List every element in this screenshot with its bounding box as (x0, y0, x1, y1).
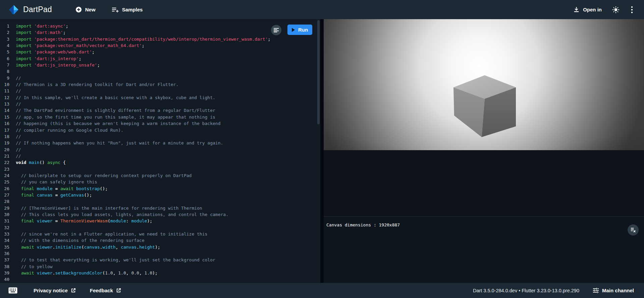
code-text: // boilerplate to setup our rendering co… (13, 172, 192, 179)
privacy-notice-link[interactable]: Privacy notice (34, 288, 76, 293)
code-token (16, 238, 21, 243)
code-token: 'package:web/web.dart' (34, 49, 92, 54)
channel-selector-button[interactable]: Main channel (593, 287, 634, 294)
footer: Privacy notice Feedback Dart 3.5.0-284.0… (0, 283, 644, 298)
panel-splitter[interactable] (320, 19, 324, 283)
code-line[interactable]: 7import 'dart:js_interop_unsafe'; (0, 62, 320, 68)
code-token: 'dart:async' (34, 24, 66, 29)
code-line[interactable]: 37 // to test that everything is working… (0, 257, 320, 263)
run-button[interactable]: Run (287, 25, 312, 35)
code-line[interactable]: 36 (0, 250, 320, 257)
code-token: canvas (84, 245, 100, 250)
code-line[interactable]: 31 final viewer = ThermionViewerWasm(mod… (0, 218, 320, 224)
line-number: 21 (0, 153, 13, 159)
code-line[interactable]: 9// (0, 75, 320, 81)
code-line[interactable]: 23 (0, 166, 320, 172)
code-line[interactable]: 38 // to yellow (0, 263, 320, 270)
code-line[interactable]: 19// If nothing happens when you hit "Ru… (0, 140, 320, 146)
code-line[interactable]: 20// (0, 146, 320, 153)
code-line[interactable]: 22void main() async { (0, 159, 320, 166)
code-text (13, 250, 16, 257)
code-token: 'package:vector_math/vector_math_64.dart… (34, 43, 142, 48)
code-line[interactable]: 10// Thermion is a 3D rendering toolkit … (0, 81, 320, 88)
code-line[interactable]: 3import 'package:thermion_dart/thermion_… (0, 36, 320, 42)
code-text: // (13, 153, 21, 159)
code-line[interactable]: 28 (0, 198, 320, 205)
open-in-button[interactable]: Open in (573, 6, 602, 13)
line-number: 30 (0, 211, 13, 218)
code-token: // to yellow (21, 264, 53, 269)
code-text: import 'dart:js_interop'; (13, 55, 82, 62)
code-line[interactable]: 18// (0, 133, 320, 140)
line-number: 32 (0, 224, 13, 231)
code-text: // (13, 101, 21, 107)
code-text: // (13, 146, 21, 153)
line-number: 10 (0, 81, 13, 88)
code-editor[interactable]: 1import 'dart:async';2import 'dart:math'… (0, 19, 320, 283)
code-line[interactable]: 35 await viewer.initialize(canvas.width,… (0, 244, 320, 250)
code-token: // (16, 134, 21, 139)
code-token: width (102, 245, 115, 250)
code-line[interactable]: 32 (0, 224, 320, 231)
code-token: // In this sample, we'll create a basic … (16, 95, 215, 100)
code-token: ; (97, 62, 100, 68)
code-token: 'dart:js_interop' (34, 56, 79, 61)
code-token: initialize (55, 245, 81, 250)
code-token: viewer (37, 270, 53, 275)
new-button[interactable]: New (75, 6, 96, 13)
line-number: 16 (0, 120, 13, 127)
keyboard-shortcuts-button[interactable] (8, 287, 17, 294)
samples-button[interactable]: Samples (112, 7, 143, 13)
feedback-link[interactable]: Feedback (90, 288, 121, 293)
code-text: final canvas = getCanvas(); (13, 192, 92, 198)
line-number: 20 (0, 146, 13, 153)
code-text (13, 68, 16, 75)
code-line[interactable]: 16// happening (this is because we aren'… (0, 120, 320, 127)
code-token: final (21, 193, 34, 198)
code-line[interactable]: 6import 'dart:js_interop'; (0, 55, 320, 62)
code-line[interactable]: 30 // This class lets you load assets, l… (0, 211, 320, 218)
code-text: import 'package:vector_math/vector_math_… (13, 42, 145, 49)
code-line[interactable]: 29 // [ThermionViewer] is the main inter… (0, 205, 320, 211)
code-line[interactable]: 26 final module = await bootstrap(); (0, 185, 320, 192)
clear-console-button[interactable] (628, 224, 639, 236)
brightness-toggle-button[interactable] (609, 3, 623, 16)
code-token (34, 218, 37, 223)
overflow-menu-button[interactable] (625, 3, 639, 16)
header: DartPad New Samples (0, 0, 644, 19)
code-line[interactable]: 34 // with the dimensions of the renderi… (0, 237, 320, 244)
code-token: import (16, 43, 32, 48)
playlist-add-icon (112, 7, 119, 13)
format-button[interactable] (271, 25, 281, 35)
code-text (13, 166, 16, 172)
code-line[interactable]: 24 // boilerplate to setup our rendering… (0, 172, 320, 179)
code-line[interactable]: 11// (0, 88, 320, 94)
code-line[interactable]: 13// (0, 101, 320, 107)
code-line[interactable]: 8 (0, 68, 320, 75)
code-line[interactable]: 14// The DartPad environment is slightly… (0, 107, 320, 114)
code-line[interactable]: 21// (0, 153, 320, 159)
code-token (58, 193, 60, 198)
editor-scrollbar[interactable] (317, 20, 320, 124)
code-line[interactable]: 40 (0, 276, 320, 283)
code-line[interactable]: 5import 'package:web/web.dart'; (0, 49, 320, 55)
code-line[interactable]: 39 await viewer.setBackgroundColor(1.0, … (0, 270, 320, 276)
code-token: ; (268, 37, 270, 42)
external-link-icon (71, 288, 76, 293)
code-line[interactable]: 27 final canvas = getCanvas(); (0, 192, 320, 198)
code-token: setBackgroundColor (55, 270, 102, 275)
sdk-version-text: Dart 3.5.0-284.0.dev • Flutter 3.23.0-13… (473, 288, 579, 293)
code-text (13, 198, 16, 205)
code-line[interactable]: 33 // since we're not in a Flutter appli… (0, 231, 320, 237)
line-number: 4 (0, 42, 13, 49)
line-number: 9 (0, 75, 13, 81)
code-line[interactable]: 17// compiler running on Google Cloud Ru… (0, 127, 320, 133)
code-line[interactable]: 12// In this sample, we'll create a basi… (0, 94, 320, 101)
code-line[interactable]: 25 // you can safely ignore this (0, 179, 320, 185)
code-line[interactable]: 4import 'package:vector_math/vector_math… (0, 42, 320, 49)
code-text: // [ThermionViewer] is the main interfac… (13, 205, 202, 211)
code-line[interactable]: 15// app, so the first time you run this… (0, 114, 320, 120)
code-text: // (13, 75, 21, 81)
code-token (16, 270, 21, 275)
line-number: 6 (0, 55, 13, 62)
